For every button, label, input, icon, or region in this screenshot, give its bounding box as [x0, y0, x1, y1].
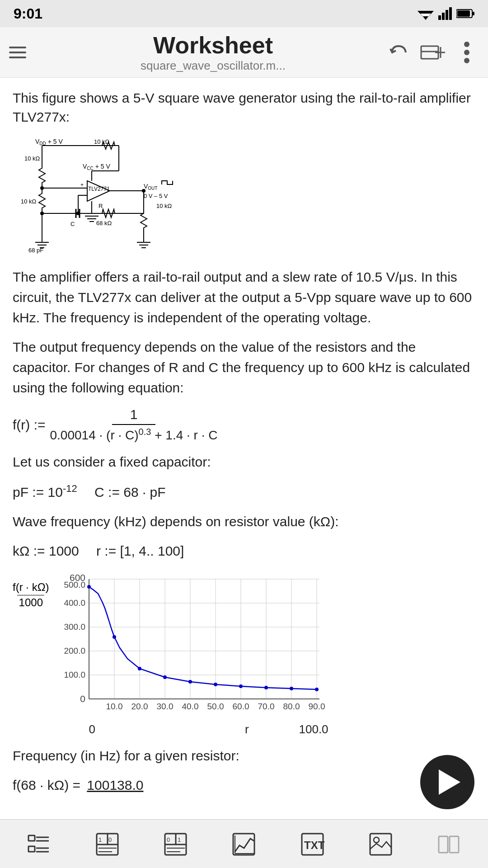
svg-point-101: [113, 635, 116, 639]
hamburger-menu-button[interactable]: [9, 47, 26, 58]
svg-point-103: [163, 675, 167, 679]
svg-text:0 V – 5 V: 0 V – 5 V: [144, 193, 168, 199]
svg-text:90.0: 90.0: [308, 702, 325, 711]
input-block-icon: 1 0: [95, 832, 120, 857]
svg-point-66: [76, 212, 80, 215]
eq-exp: 0.3: [139, 427, 151, 437]
content-area: This figure shows a 5-V square wave gene…: [0, 78, 488, 819]
intro-text: This figure shows a 5-V square wave gene…: [13, 89, 475, 127]
svg-text:−: −: [80, 192, 84, 198]
image-button[interactable]: [361, 826, 401, 863]
app-subtitle: square_wave_oscillator.m...: [40, 59, 386, 73]
svg-point-14: [464, 42, 469, 47]
svg-marker-2: [423, 16, 428, 20]
svg-text:400.0: 400.0: [64, 598, 85, 608]
input-block-button[interactable]: 1 0: [87, 826, 127, 863]
x-center-label: r: [245, 722, 249, 736]
freq-eq-value: 100138.0: [87, 778, 143, 793]
graph-y-label-bottom: 1000: [13, 596, 49, 609]
svg-text:TLV2771: TLV2771: [88, 186, 110, 192]
columns-icon: [437, 832, 462, 857]
plot-icon: [231, 832, 256, 857]
pf-equation: pF := 10-12 C := 68 · pF: [13, 481, 475, 502]
battery-icon: [456, 9, 474, 19]
svg-text:80.0: 80.0: [283, 702, 300, 711]
svg-text:VCC + 5 V: VCC + 5 V: [83, 163, 110, 171]
graph-svg: 600 500.0 400.0 300.0 200.0 100.0 0 10.0…: [53, 570, 328, 719]
add-section-icon: [420, 42, 445, 62]
equation-block: f(r) := 1 0.00014 · (r · C)0.3 + 1.4 · r…: [13, 407, 475, 443]
plot-button[interactable]: [224, 826, 264, 863]
play-button[interactable]: [420, 755, 474, 809]
play-icon: [439, 769, 460, 795]
svg-rect-6: [449, 7, 452, 20]
svg-text:60.0: 60.0: [232, 702, 249, 711]
svg-text:10.0: 10.0: [106, 702, 122, 711]
svg-text:500.0: 500.0: [64, 580, 85, 590]
freq-result-eq: f(68 · kΩ) = 100138.0: [13, 775, 475, 795]
svg-text:VDD + 5 V: VDD + 5 V: [35, 138, 63, 146]
svg-point-136: [374, 837, 379, 843]
svg-point-107: [264, 686, 268, 689]
svg-point-105: [214, 683, 217, 686]
columns-button[interactable]: [429, 826, 469, 863]
signal-icon: [438, 7, 452, 20]
eq-label: f(r) :=: [13, 417, 46, 433]
app-title-group: Worksheet square_wave_oscillator.m...: [40, 32, 386, 73]
svg-rect-3: [438, 15, 441, 20]
svg-point-100: [87, 585, 91, 589]
fixed-cap-label: Let us consider a fixed capacitor:: [13, 452, 475, 472]
text-button[interactable]: TXT: [292, 826, 333, 863]
svg-text:40.0: 40.0: [182, 702, 198, 711]
svg-text:C: C: [70, 221, 75, 227]
svg-text:10 kΩ: 10 kΩ: [24, 155, 40, 162]
svg-text:20.0: 20.0: [131, 702, 148, 711]
svg-text:68 kΩ: 68 kΩ: [96, 220, 112, 226]
app-bar: Worksheet square_wave_oscillator.m...: [0, 27, 488, 78]
output-block-icon: 0 1: [163, 832, 188, 857]
svg-point-108: [290, 687, 293, 690]
image-icon: [368, 832, 393, 857]
app-title: Worksheet: [40, 32, 386, 59]
paragraph-1: The amplifier offers a rail-to-rail outp…: [13, 267, 475, 328]
svg-text:50.0: 50.0: [207, 702, 224, 711]
x-min-label: 0: [89, 722, 95, 736]
undo-button[interactable]: [386, 40, 411, 65]
bottom-toolbar: 1 0 0 1 TXT: [0, 819, 488, 868]
svg-text:10 kΩ: 10 kΩ: [21, 198, 37, 205]
svg-rect-4: [442, 13, 445, 20]
app-bar-actions: [386, 40, 479, 65]
svg-rect-110: [28, 835, 35, 841]
x-max-label: 100.0: [299, 722, 328, 736]
text-icon: TXT: [300, 832, 325, 857]
output-block-button[interactable]: 0 1: [155, 826, 196, 863]
list-tool-button[interactable]: [19, 826, 59, 863]
svg-rect-8: [472, 12, 474, 15]
svg-text:1: 1: [178, 836, 181, 843]
svg-text:0: 0: [108, 836, 112, 843]
list-icon: [26, 832, 51, 857]
svg-point-15: [464, 50, 469, 55]
svg-text:VOUT: VOUT: [144, 183, 157, 191]
graph-section: f(r · kΩ) 1000: [13, 570, 475, 736]
wifi-icon: [418, 7, 434, 20]
svg-rect-137: [439, 836, 448, 853]
svg-text:+: +: [80, 182, 84, 188]
svg-text:100.0: 100.0: [64, 670, 85, 679]
svg-point-106: [239, 684, 243, 688]
svg-text:0: 0: [80, 693, 85, 704]
undo-icon: [388, 42, 410, 62]
paragraph-2: The output frequency depends on the valu…: [13, 337, 475, 398]
y-axis-label: f(r · kΩ) 1000: [13, 570, 49, 610]
add-section-button[interactable]: [420, 40, 445, 65]
more-options-button[interactable]: [454, 40, 479, 65]
svg-text:70.0: 70.0: [258, 702, 274, 711]
svg-rect-138: [450, 836, 459, 853]
svg-point-102: [138, 667, 141, 670]
svg-text:1: 1: [99, 836, 102, 843]
circuit-svg: VDD + 5 V 10 kΩ 10 kΩ C R: [13, 136, 211, 258]
svg-text:200.0: 200.0: [64, 646, 85, 656]
svg-text:30.0: 30.0: [156, 702, 173, 711]
eq-numerator: 1: [112, 407, 156, 425]
freq-eq-label: f(68 · kΩ) =: [13, 778, 80, 793]
